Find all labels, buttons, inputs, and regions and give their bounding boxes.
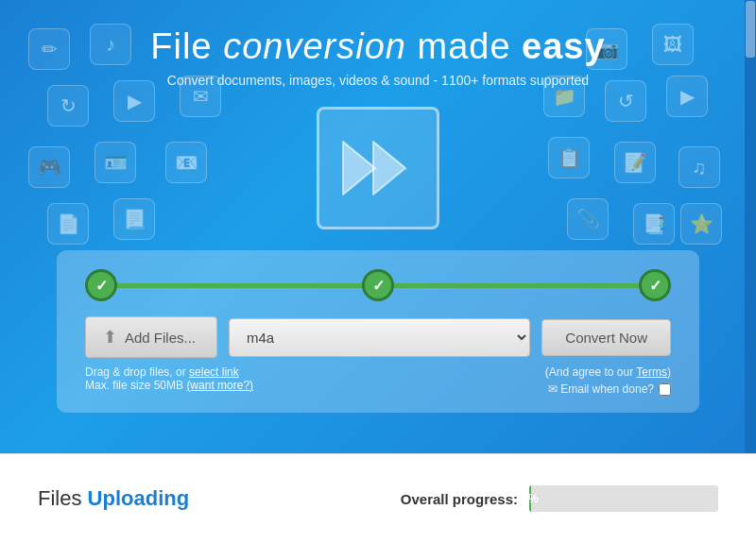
files-uploading-text: Files Uploading [38,486,189,511]
select-link[interactable]: select link [189,365,239,379]
step-2-circle: ✓ [362,269,394,301]
overall-progress-label: Overall progress: [401,491,518,507]
convert-now-button[interactable]: Convert Now [541,319,671,356]
helper-row: Drag & drop files, or select link Max. f… [85,365,671,396]
main-title: File conversion made easy [0,26,756,67]
helper-left: Drag & drop files, or select link Max. f… [85,365,253,396]
logo-box [317,107,439,229]
upload-icon: ⬆ [103,327,117,348]
logo-area [0,107,756,229]
subtitle: Convert documents, images, videos & soun… [0,73,756,88]
progress-bar-container: 1% [529,485,718,512]
format-select[interactable]: m4a mp3 mp4 avi wav flac aac ogg [229,318,530,357]
progress-steps: ✓ ✓ ✓ [85,269,671,301]
want-more-link[interactable]: (want more?) [186,379,253,392]
header-area: File conversion made easy Convert docume… [0,0,756,88]
agree-text-row: (And agree to our Terms) [545,365,671,379]
helper-right: (And agree to our Terms) ✉ Email when do… [545,365,671,396]
conversion-box: ✓ ✓ ✓ ⬆ Add Files... m4a mp3 mp4 avi wav [57,250,699,413]
bottom-bar: Files Uploading Overall progress: 1% [0,453,756,543]
step-1-circle: ✓ [85,269,117,301]
email-when-done-label: ✉ Email when done? [548,382,654,396]
add-files-button[interactable]: ⬆ Add Files... [85,316,217,358]
progress-percent: 1% [529,492,539,505]
controls-row: ⬆ Add Files... m4a mp3 mp4 avi wav flac … [85,316,671,358]
step-3-circle: ✓ [639,269,671,301]
progress-bar-fill: 1% [529,485,531,512]
step-line-2 [392,283,641,288]
logo-arrows-svg [335,130,421,206]
terms-link[interactable]: Terms [636,365,667,379]
email-row: ✉ Email when done? [545,382,671,396]
email-checkbox[interactable] [659,383,671,396]
step-line-1 [115,283,364,288]
progress-area: Overall progress: 1% [401,485,718,512]
